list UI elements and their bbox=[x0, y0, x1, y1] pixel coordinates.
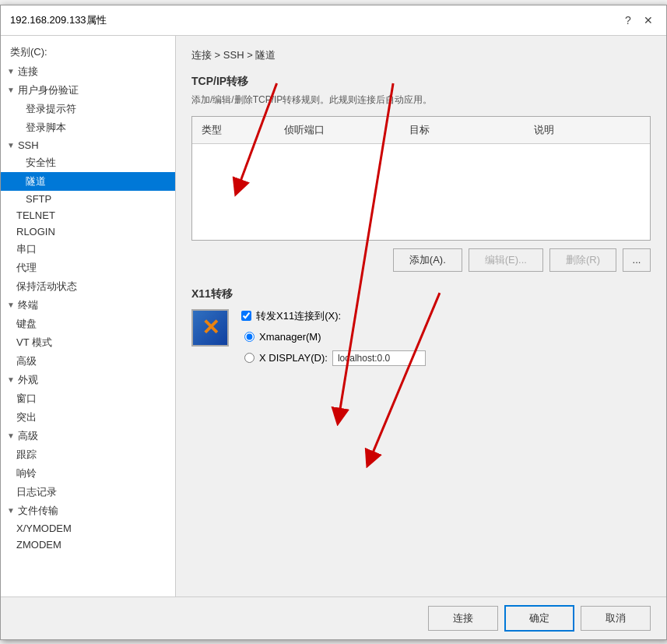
tcp-table: 类型 侦听端口 目标 说明 bbox=[191, 116, 651, 241]
sidebar-label-tracking: 跟踪 bbox=[16, 448, 37, 462]
forward-checkbox-row: 转发X11连接到(X): bbox=[241, 309, 426, 323]
col-desc: 说明 bbox=[525, 120, 650, 140]
forward-x11-checkbox[interactable] bbox=[241, 311, 251, 321]
sidebar-label-filetransfer: 文件传输 bbox=[18, 504, 58, 518]
sidebar-label-advanced: 高级 bbox=[18, 429, 38, 443]
help-button[interactable]: ? bbox=[620, 12, 637, 29]
table-body bbox=[192, 144, 650, 238]
sidebar-item-connect[interactable]: ▼ 连接 bbox=[1, 62, 175, 81]
sidebar-label-logging: 日志记录 bbox=[16, 485, 57, 499]
connect-button[interactable]: 连接 bbox=[428, 606, 498, 631]
close-button[interactable]: ✕ bbox=[640, 12, 657, 29]
sidebar-item-sftp[interactable]: SFTP bbox=[1, 191, 175, 207]
right-panel-wrapper: 连接 > SSH > 隧道 TCP/IP转移 添加/编辑/删除TCP/IP转移规… bbox=[176, 36, 666, 596]
sidebar-item-tunnel[interactable]: 隧道 bbox=[1, 172, 175, 191]
sidebar-item-appearance[interactable]: ▼ 外观 bbox=[1, 371, 175, 389]
sidebar-item-terminal[interactable]: ▼ 终端 bbox=[1, 296, 175, 315]
sidebar-item-proxy[interactable]: 代理 bbox=[1, 259, 175, 277]
sidebar-item-serial[interactable]: 串口 bbox=[1, 240, 175, 259]
x11-body: 转发X11连接到(X): Xmanager(M) X DISPLAY(D): bbox=[191, 309, 651, 366]
edit-button[interactable]: 编辑(E)... bbox=[469, 248, 543, 272]
sidebar-item-login-script[interactable]: 登录脚本 bbox=[1, 118, 175, 137]
sidebar-label-serial: 串口 bbox=[16, 242, 37, 256]
bottom-bar: 连接 确定 取消 bbox=[1, 596, 666, 639]
expand-icon-ssh: ▼ bbox=[7, 141, 15, 150]
sidebar-label-appearance: 外观 bbox=[18, 373, 38, 387]
sidebar-item-login-prompt[interactable]: 登录提示符 bbox=[1, 100, 175, 118]
x11-options: 转发X11连接到(X): Xmanager(M) X DISPLAY(D): bbox=[241, 309, 426, 366]
sidebar-item-security[interactable]: 安全性 bbox=[1, 153, 175, 172]
more-button[interactable]: ... bbox=[623, 248, 651, 272]
x11-section-title: X11转移 bbox=[191, 287, 651, 301]
expand-icon-appearance: ▼ bbox=[7, 375, 15, 384]
forward-x11-label: 转发X11连接到(X): bbox=[256, 309, 341, 323]
sidebar-item-keepalive[interactable]: 保持活动状态 bbox=[1, 277, 175, 296]
xdisplay-label: X DISPLAY(D): bbox=[259, 352, 328, 364]
sidebar-item-rlogin[interactable]: RLOGIN bbox=[1, 223, 175, 240]
xmanager-radio[interactable] bbox=[244, 332, 255, 342]
x11-icon-inner bbox=[191, 309, 229, 347]
delete-button[interactable]: 删除(R) bbox=[549, 248, 616, 272]
ok-button[interactable]: 确定 bbox=[504, 605, 574, 632]
sidebar-label-zmodem: ZMODEM bbox=[16, 539, 61, 551]
col-target: 目标 bbox=[400, 120, 525, 140]
left-panel: 类别(C): ▼ 连接 ▼ 用户身份验证 登录提示符 登录脚本 ▼ SSH 安全… bbox=[1, 36, 176, 596]
sidebar-item-telnet[interactable]: TELNET bbox=[1, 207, 175, 223]
sidebar-item-logging[interactable]: 日志记录 bbox=[1, 483, 175, 501]
expand-icon-terminal: ▼ bbox=[7, 301, 15, 309]
right-panel: 连接 > SSH > 隧道 TCP/IP转移 添加/编辑/删除TCP/IP转移规… bbox=[176, 36, 666, 378]
xmanager-label: Xmanager(M) bbox=[259, 331, 321, 343]
sidebar-item-zmodem[interactable]: ZMODEM bbox=[1, 537, 175, 553]
expand-icon: ▼ bbox=[7, 67, 15, 76]
sidebar-item-advanced-terminal[interactable]: 高级 bbox=[1, 352, 175, 371]
xdisplay-radio[interactable] bbox=[244, 353, 255, 363]
expand-icon-auth: ▼ bbox=[7, 86, 15, 94]
sidebar-label-rlogin: RLOGIN bbox=[16, 226, 55, 238]
col-type: 类型 bbox=[192, 120, 275, 140]
sidebar-item-filetransfer[interactable]: ▼ 文件传输 bbox=[1, 501, 175, 520]
sidebar-label-advanced-terminal: 高级 bbox=[16, 354, 37, 368]
sidebar-item-keyboard[interactable]: 键盘 bbox=[1, 315, 175, 333]
sidebar-label-xymodem: X/YMODEM bbox=[16, 523, 72, 534]
sidebar-label-auth: 用户身份验证 bbox=[18, 83, 79, 97]
sidebar-item-advanced[interactable]: ▼ 高级 bbox=[1, 427, 175, 445]
sidebar-item-ssh[interactable]: ▼ SSH bbox=[1, 137, 175, 153]
dialog-window: 192.168.209.133属性 ? ✕ 类别(C): ▼ 连接 ▼ 用户身份… bbox=[0, 5, 667, 640]
sidebar-label-bell: 响铃 bbox=[16, 466, 37, 480]
expand-icon-advanced: ▼ bbox=[7, 431, 15, 440]
cancel-button[interactable]: 取消 bbox=[581, 606, 651, 631]
col-port: 侦听端口 bbox=[275, 120, 400, 140]
sidebar-label-tunnel: 隧道 bbox=[26, 174, 46, 188]
sidebar-label-login-prompt: 登录提示符 bbox=[26, 102, 76, 116]
sidebar-item-vt-mode[interactable]: VT 模式 bbox=[1, 333, 175, 352]
sidebar-label-keepalive: 保持活动状态 bbox=[16, 280, 77, 294]
sidebar-item-bell[interactable]: 响铃 bbox=[1, 464, 175, 483]
sidebar-label-connect: 连接 bbox=[18, 65, 38, 79]
add-button[interactable]: 添加(A). bbox=[393, 248, 462, 272]
tcp-section-desc: 添加/编辑/删除TCP/IP转移规则。此规则连接后自动应用。 bbox=[191, 93, 651, 107]
sidebar-label-keyboard: 键盘 bbox=[16, 317, 37, 331]
window-title: 192.168.209.133属性 bbox=[10, 13, 107, 27]
sidebar-item-highlight[interactable]: 突出 bbox=[1, 408, 175, 427]
sidebar-item-window[interactable]: 窗口 bbox=[1, 389, 175, 408]
sidebar-label-proxy: 代理 bbox=[16, 261, 37, 275]
sidebar-item-xymodem[interactable]: X/YMODEM bbox=[1, 520, 175, 537]
sidebar-item-auth[interactable]: ▼ 用户身份验证 bbox=[1, 81, 175, 100]
x11-icon bbox=[191, 309, 229, 347]
sidebar-label-highlight: 突出 bbox=[16, 410, 37, 424]
tcp-button-row: 添加(A). 编辑(E)... 删除(R) ... bbox=[191, 248, 651, 272]
xdisplay-radio-row: X DISPLAY(D): bbox=[241, 350, 426, 366]
expand-icon-filetransfer: ▼ bbox=[7, 506, 15, 515]
sidebar-label-telnet: TELNET bbox=[16, 209, 55, 221]
sidebar-item-tracking[interactable]: 跟踪 bbox=[1, 445, 175, 464]
sidebar-label-window: 窗口 bbox=[16, 392, 37, 406]
table-header: 类型 侦听端口 目标 说明 bbox=[192, 117, 650, 144]
title-bar-controls: ? ✕ bbox=[620, 12, 657, 29]
title-bar-text: 192.168.209.133属性 bbox=[10, 13, 107, 27]
sidebar-label-terminal: 终端 bbox=[18, 298, 38, 312]
sidebar-label-login-script: 登录脚本 bbox=[26, 121, 66, 135]
category-label: 类别(C): bbox=[1, 42, 175, 62]
sidebar-label-sftp: SFTP bbox=[26, 193, 51, 205]
sidebar-label-security: 安全性 bbox=[26, 156, 56, 170]
display-input[interactable] bbox=[332, 350, 426, 366]
